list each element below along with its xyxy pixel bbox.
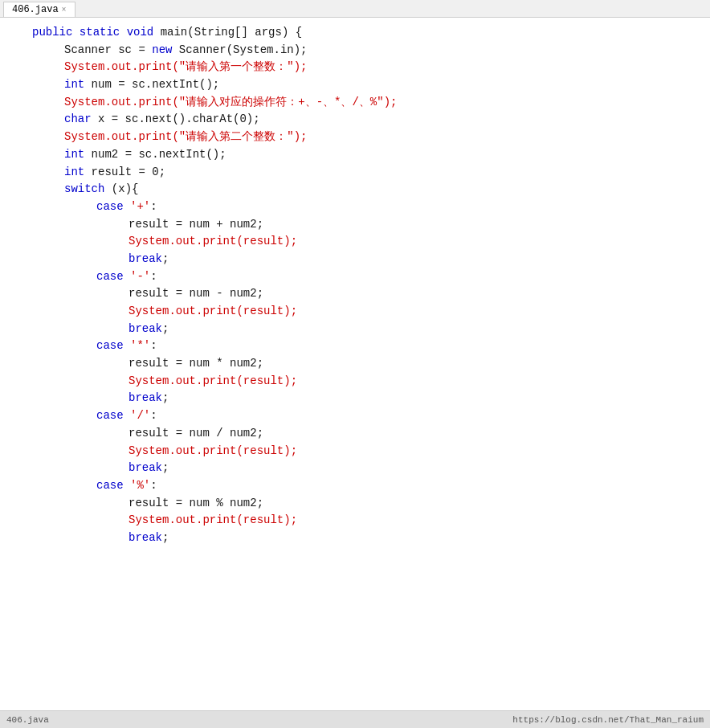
code-token: System.out.print(result); <box>129 373 297 391</box>
code-token: ); <box>294 129 308 146</box>
code-line: case '*': <box>0 337 710 355</box>
code-token: ); <box>384 94 398 112</box>
code-token: Scanner <box>64 42 112 59</box>
code-token: case <box>96 477 124 495</box>
code-token: break <box>129 460 162 477</box>
code-token: case <box>96 268 124 286</box>
code-token: : <box>150 407 157 425</box>
code-token: result = 0; <box>84 164 165 182</box>
code-token: case <box>96 407 124 425</box>
code-line: public static void main(String[] args) { <box>0 24 710 42</box>
code-token: static <box>80 24 120 42</box>
code-token: case <box>96 198 124 216</box>
code-token: num = sc.nextInt(); <box>84 76 219 94</box>
code-line: break; <box>0 530 710 547</box>
code-token: Scanner <box>179 42 226 59</box>
code-token: "请输入第一个整数：" <box>179 59 294 76</box>
code-line: System.out.print(result); <box>0 233 710 251</box>
code-token <box>72 24 79 42</box>
code-line: case '-': <box>0 268 710 286</box>
code-line: result = num % num2; <box>0 495 710 513</box>
code-token: '*' <box>130 337 150 355</box>
code-line: int num2 = sc.nextInt(); <box>0 146 710 164</box>
code-token: case <box>96 337 124 355</box>
code-token: result = num * num2; <box>129 355 263 373</box>
code-line: switch (x){ <box>0 181 710 198</box>
code-line: break; <box>0 321 710 338</box>
code-token: (System.in); <box>226 42 308 59</box>
code-line: case '/': <box>0 407 710 425</box>
code-token <box>124 337 130 355</box>
code-line: break; <box>0 460 710 477</box>
code-token: : <box>150 477 157 495</box>
code-token: "请输入第二个整数：" <box>179 129 294 146</box>
code-token: int <box>64 164 84 182</box>
code-token: System.out.print( <box>64 129 179 146</box>
code-line: Scanner sc = new Scanner(System.in); <box>0 42 710 59</box>
code-token: : <box>150 337 157 355</box>
tab-406-java[interactable]: 406.java × <box>3 2 75 17</box>
code-token: result = num % num2; <box>129 495 263 513</box>
code-line: result = num + num2; <box>0 216 710 234</box>
code-token: char <box>64 111 92 129</box>
code-line: System.out.print("请输入第一个整数："); <box>0 59 710 76</box>
code-token <box>124 198 130 216</box>
code-token: (x){ <box>104 181 138 198</box>
code-token: '/' <box>130 407 150 425</box>
code-token: ; <box>162 321 169 338</box>
code-line: result = num * num2; <box>0 355 710 373</box>
code-token: System.out.print( <box>64 59 179 76</box>
code-token: result = num / num2; <box>129 425 263 443</box>
code-line: case '%': <box>0 477 710 495</box>
code-token: ; <box>162 530 169 547</box>
code-token: break <box>129 390 162 407</box>
code-token: ; <box>162 460 169 477</box>
bottom-url: https://blog.csdn.net/That_Man_raium <box>512 715 704 725</box>
code-token <box>124 407 130 425</box>
code-token: System.out.print(result); <box>129 303 297 321</box>
code-token: '-' <box>130 268 150 286</box>
code-token: ; <box>162 251 169 268</box>
code-token: sc = <box>112 42 152 59</box>
code-token: ; <box>162 390 169 407</box>
code-line: break; <box>0 390 710 407</box>
code-line: break; <box>0 251 710 268</box>
code-line: case '+': <box>0 198 710 216</box>
code-line: int result = 0; <box>0 164 710 182</box>
code-token: System.out.print(result); <box>129 233 297 251</box>
code-line: System.out.print("请输入对应的操作符：+、-、*、/、%"); <box>0 94 710 112</box>
code-line: System.out.print(result); <box>0 303 710 321</box>
code-token: main(String[] args) { <box>153 24 302 42</box>
code-line: result = num - num2; <box>0 285 710 303</box>
code-token <box>124 477 130 495</box>
code-token: result = num - num2; <box>129 285 263 303</box>
code-token: '+' <box>130 198 150 216</box>
code-token: System.out.print(result); <box>129 512 297 530</box>
tab-filename: 406.java <box>12 4 59 15</box>
code-token: x = sc.next().charAt(0); <box>92 111 260 129</box>
editor-window: 406.java × public static void main(Strin… <box>0 0 710 728</box>
code-token: : <box>150 198 157 216</box>
bottom-filename: 406.java <box>6 715 49 725</box>
code-token: num2 = sc.nextInt(); <box>84 146 226 164</box>
code-line: char x = sc.next().charAt(0); <box>0 111 710 129</box>
code-token: : <box>150 268 157 286</box>
code-token: ); <box>294 59 308 76</box>
code-token: result = num + num2; <box>129 216 263 234</box>
code-token: void <box>127 24 154 42</box>
tab-close-icon[interactable]: × <box>62 6 67 14</box>
code-token: switch <box>64 181 104 198</box>
code-area: public static void main(String[] args) {… <box>0 18 710 710</box>
code-line: result = num / num2; <box>0 425 710 443</box>
code-line: System.out.print(result); <box>0 373 710 391</box>
code-line: System.out.print("请输入第二个整数："); <box>0 129 710 146</box>
code-token <box>172 42 178 59</box>
code-line: System.out.print(result); <box>0 443 710 460</box>
code-token <box>124 268 130 286</box>
code-line: int num = sc.nextInt(); <box>0 76 710 94</box>
code-token: "请输入对应的操作符：+、-、*、/、%" <box>179 94 384 112</box>
bottom-bar: 406.java https://blog.csdn.net/That_Man_… <box>0 710 710 728</box>
code-token: int <box>64 76 84 94</box>
code-token: System.out.print( <box>64 94 179 112</box>
code-token: break <box>129 251 162 268</box>
